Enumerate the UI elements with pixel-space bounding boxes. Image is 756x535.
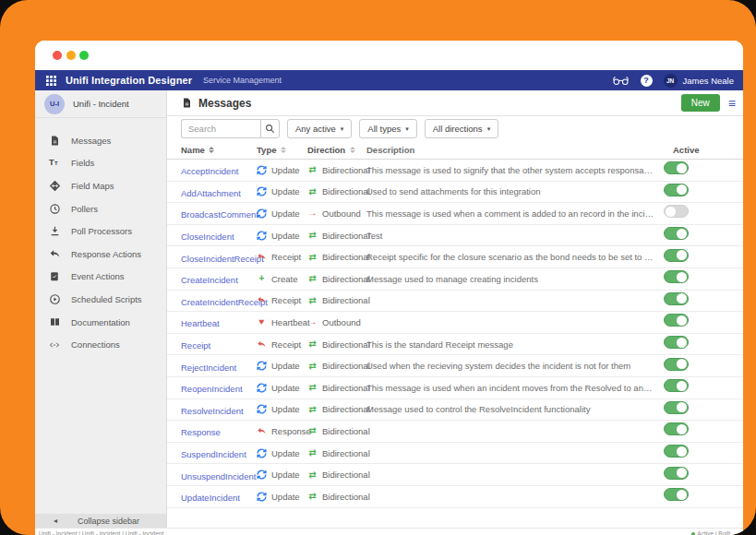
description-cell: Test [366,231,664,241]
active-toggle[interactable] [664,467,689,480]
message-name-link[interactable]: UpdateIncident [181,493,240,503]
search-icon[interactable] [260,119,280,138]
type-cell: Update [257,448,307,458]
filter-bar: Any active▾ All types▾ All directions▾ [167,116,743,141]
active-filter-dropdown[interactable]: Any active▾ [287,119,352,138]
sidebar-item-poll-processors[interactable]: Poll Processors [35,220,166,243]
toggle-knob [677,250,687,260]
message-name-link[interactable]: ReopenIncident [181,384,243,394]
active-toggle[interactable] [664,379,689,392]
message-name-link[interactable]: ResolveIncident [181,406,244,416]
description-cell: This message is used when a comment is a… [366,208,664,219]
active-toggle[interactable] [664,358,689,371]
message-name-link[interactable]: Heartbeat [181,318,220,328]
active-toggle[interactable] [664,314,689,327]
active-toggle[interactable] [664,445,689,458]
active-toggle[interactable] [664,270,689,283]
type-cell: Update [257,361,307,371]
sync-icon [257,448,267,458]
plus-icon: + [257,274,267,283]
spectacles-icon[interactable] [612,76,630,86]
active-toggle[interactable] [664,205,689,218]
user-menu[interactable]: JN James Neale [664,74,734,88]
direction-filter-dropdown[interactable]: All directions▾ [425,119,498,138]
help-icon[interactable]: ? [641,75,653,87]
active-toggle[interactable] [664,336,689,349]
search-input[interactable] [181,119,260,138]
status-bar: Unifi - Incident | Unifi - Incident | Un… [35,528,743,535]
table-row: AddAttachment Update ⇄Bidirectional Used… [167,182,743,204]
sidebar-item-event-actions[interactable]: Event Actions [35,266,166,289]
active-toggle[interactable] [664,184,689,196]
column-header-name[interactable]: Name [181,145,257,155]
close-window-icon[interactable] [53,51,62,60]
message-name-link[interactable]: BroadcastComment [181,209,258,220]
new-button[interactable]: New [681,94,720,112]
active-toggle[interactable] [664,249,689,262]
sidebar-item-connections[interactable]: Connections [35,333,166,356]
maximize-window-icon[interactable] [79,51,89,60]
column-header-description: Description [366,145,664,155]
type-cell: Update [257,186,307,196]
sidebar-item-pollers[interactable]: Pollers [35,197,166,220]
direction-cell: ⇄Bidirectional [307,361,366,371]
text-fields-icon: TT [48,157,61,169]
app-subtitle: Service Management [203,76,282,85]
active-toggle[interactable] [664,422,689,435]
message-name-link[interactable]: CloseIncidentReceipt [181,254,264,264]
table-row: Receipt Receipt ⇄Bidirectional This is t… [167,334,743,356]
apps-grid-icon[interactable] [46,76,56,86]
column-header-type[interactable]: Type [257,145,307,155]
active-toggle[interactable] [664,292,689,305]
message-name-link[interactable]: AcceptIncident [181,166,238,176]
app-title: Unifi Integration Designer [66,75,192,86]
active-toggle[interactable] [664,488,689,501]
top-navbar: Unifi Integration Designer Service Manag… [35,70,743,90]
message-name-link[interactable]: UnsuspendIncident [181,471,256,482]
bidirectional-arrows-icon: ⇄ [307,448,318,458]
type-cell: Response [257,426,307,436]
message-name-link[interactable]: CloseIncident [181,232,234,242]
toggle-knob [677,229,687,239]
sync-icon [257,231,267,241]
direction-cell: ⇄Bidirectional [307,165,366,175]
collapse-sidebar-button[interactable]: ◂ Collapse sidebar [35,514,166,528]
chevron-down-icon: ▾ [341,125,344,133]
clipboard-check-icon [48,270,61,282]
toggle-knob [677,338,687,348]
sidebar-item-documentation[interactable]: Documentation [35,311,166,334]
integration-header[interactable]: U-I Unifi - Incident [35,90,166,118]
svg-text:T: T [49,159,54,168]
active-toggle[interactable] [664,227,689,240]
bidirectional-arrows-icon: ⇄ [307,339,318,349]
type-filter-dropdown[interactable]: All types▾ [359,119,416,138]
sidebar-item-messages[interactable]: Messages [35,129,166,152]
message-name-link[interactable]: CreateIncident [181,275,238,285]
sidebar-item-field-maps[interactable]: Field Maps [35,174,166,197]
status-right: Active | Built [691,530,730,535]
play-circle-icon [48,293,61,305]
hamburger-menu-icon[interactable]: ≡ [728,97,736,110]
sidebar-item-fields[interactable]: TT Fields [35,152,166,175]
message-name-link[interactable]: RejectIncident [181,363,236,373]
sort-icon [350,147,355,153]
active-toggle[interactable] [664,161,689,174]
sort-icon [209,147,214,153]
description-cell: Receipt specific for the closure scenari… [366,252,664,262]
sidebar-item-response-actions[interactable]: Response Actions [35,243,166,266]
message-name-link[interactable]: CreateIncidentReceipt [181,297,268,307]
table-row: UpdateIncident Update ⇄Bidirectional [167,486,743,508]
sidebar-item-scheduled-scripts[interactable]: Scheduled Scripts [35,288,166,311]
toggle-knob [677,293,687,303]
message-name-link[interactable]: SuspendIncident [181,449,246,459]
active-toggle[interactable] [664,401,689,414]
message-name-link[interactable]: AddAttachment [181,188,241,198]
sync-icon [257,492,267,502]
download-icon [48,225,61,237]
status-tabs[interactable]: Unifi - Incident | Unifi - Incident | Un… [39,530,163,535]
column-header-direction[interactable]: Direction [307,145,366,155]
message-name-link[interactable]: Response [181,427,221,437]
message-name-link[interactable]: Receipt [181,340,210,351]
direction-cell: ⇄Bidirectional [307,231,366,241]
minimize-window-icon[interactable] [66,51,76,60]
